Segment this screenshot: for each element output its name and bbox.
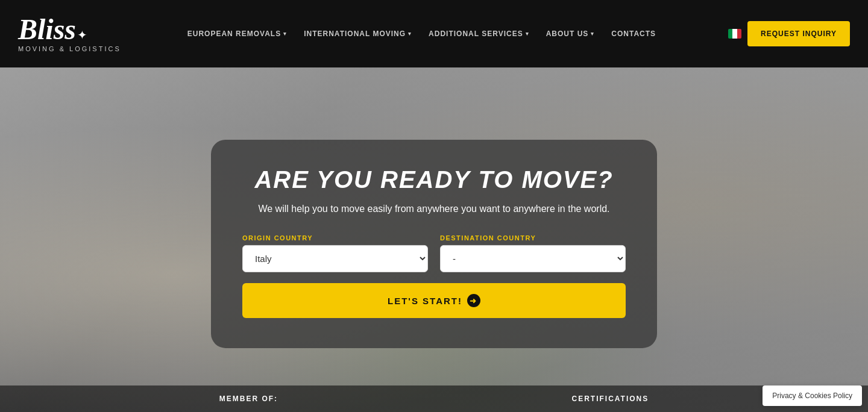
nav-item-about-us[interactable]: ABOUT US ▾ xyxy=(538,30,603,38)
flag-red xyxy=(737,29,741,39)
privacy-cookies-toast[interactable]: Privacy & Cookies Policy xyxy=(763,385,862,406)
chevron-down-icon: ▾ xyxy=(283,31,287,37)
origin-country-label: ORIGIN COUNTRY xyxy=(242,234,428,242)
hero-section: ARE YOU READY TO MOVE? We will help you … xyxy=(0,67,868,412)
nav-links: EUROPEAN REMOVALS ▾ INTERNATIONAL MOVING… xyxy=(121,30,722,38)
hero-card: ARE YOU READY TO MOVE? We will help you … xyxy=(211,140,657,348)
language-flag-italy[interactable] xyxy=(728,29,741,39)
nav-item-additional-services[interactable]: ADDITIONAL SERVICES ▾ xyxy=(420,30,538,38)
arrow-right-icon: ➜ xyxy=(467,294,480,307)
chevron-down-icon: ▾ xyxy=(408,31,412,37)
logo-name: Bliss xyxy=(18,15,76,44)
chevron-down-icon: ▾ xyxy=(591,31,594,37)
nav-item-european-removals[interactable]: EUROPEAN REMOVALS ▾ xyxy=(179,30,295,38)
certifications-label: CERTIFICATIONS xyxy=(571,395,649,403)
destination-country-label: DESTINATION COUNTRY xyxy=(440,234,626,242)
bottom-bar: MEMBER OF: CERTIFICATIONS xyxy=(0,385,868,412)
nav-item-contacts[interactable]: CONTACTS xyxy=(603,30,664,38)
hero-title: ARE YOU READY TO MOVE? xyxy=(242,166,626,193)
origin-country-select[interactable]: Italy France Germany Spain UK Other xyxy=(242,245,428,272)
request-inquiry-button[interactable]: REQUEST INQUIRY xyxy=(747,21,850,46)
logo-tagline: Moving & Logistics xyxy=(18,45,121,52)
lets-start-label: LET'S START! xyxy=(388,295,462,305)
navbar: Bliss ✦ Moving & Logistics EUROPEAN REMO… xyxy=(0,0,868,67)
destination-country-group: DESTINATION COUNTRY - France Germany Spa… xyxy=(440,234,626,272)
destination-country-select[interactable]: - France Germany Spain UK USA Other xyxy=(440,245,626,272)
form-row: ORIGIN COUNTRY Italy France Germany Spai… xyxy=(242,234,626,272)
member-of-label: MEMBER OF: xyxy=(219,395,278,403)
flag-green xyxy=(728,29,732,39)
logo[interactable]: Bliss ✦ Moving & Logistics xyxy=(18,15,121,52)
origin-country-group: ORIGIN COUNTRY Italy France Germany Spai… xyxy=(242,234,428,272)
nav-item-international-moving[interactable]: INTERNATIONAL MOVING ▾ xyxy=(295,30,420,38)
privacy-label: Privacy & Cookies Policy xyxy=(772,392,852,400)
hero-subtitle: We will help you to move easily from any… xyxy=(242,202,626,216)
lets-start-button[interactable]: LET'S START! ➜ xyxy=(242,283,626,318)
flag-white xyxy=(732,29,737,39)
logo-star-icon: ✦ xyxy=(77,28,87,42)
chevron-down-icon: ▾ xyxy=(526,31,529,37)
